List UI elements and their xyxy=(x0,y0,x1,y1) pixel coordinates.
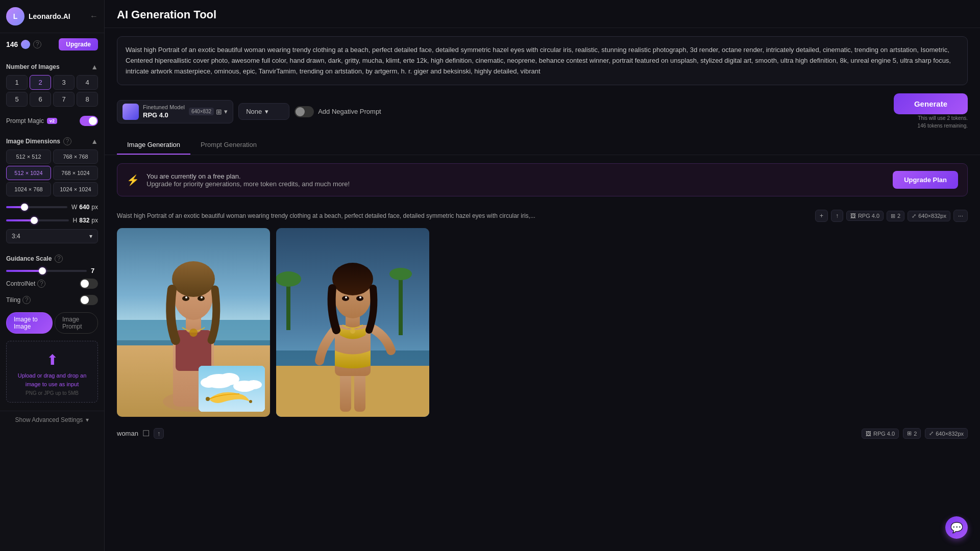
controlnet-label: ControlNet xyxy=(6,280,35,287)
page-title: AI Generation Tool xyxy=(117,8,968,21)
model-icons: 640×832 ⊞ ▾ xyxy=(189,108,228,116)
result-dots-btn[interactable]: ··· xyxy=(953,210,968,222)
tab-image-prompt[interactable]: Image Prompt xyxy=(55,312,98,334)
num-btn-7[interactable]: 7 xyxy=(53,92,75,107)
token-count: 146 xyxy=(6,40,18,48)
size-badge: ⤢ 640×832px xyxy=(908,211,950,221)
filter-dropdown[interactable]: None ▾ xyxy=(238,103,289,120)
controlnet-toggle[interactable] xyxy=(80,279,98,289)
overlay-card xyxy=(199,366,265,412)
chat-bubble[interactable]: 💬 xyxy=(945,516,968,539)
number-of-images-header: Number of Images ▲ xyxy=(0,56,104,75)
prompt-magic-row: Prompt Magic v2 xyxy=(0,112,104,130)
prompt-textarea[interactable]: Waist high Portrait of an exotic beautif… xyxy=(117,36,968,85)
dims-grid: 512 × 512 768 × 768 512 × 1024 768 × 102… xyxy=(0,149,104,201)
upload-area[interactable]: ⬆ Upload or drag and drop an image to us… xyxy=(6,341,98,403)
image-card-2[interactable] xyxy=(276,228,429,417)
result-prompt-text: Waist high Portrait of an exotic beautif… xyxy=(117,212,810,219)
sidebar: L Leonardo.AI ← 146 ? Upgrade Number of … xyxy=(0,0,105,551)
dim-768x1024[interactable]: 768 × 1024 xyxy=(53,166,98,180)
guidance-slider-row: 7 xyxy=(0,267,104,274)
generate-button[interactable]: Generate xyxy=(894,93,968,114)
model-label: Finetuned Model xyxy=(143,104,185,111)
num-btn-3[interactable]: 3 xyxy=(53,75,75,90)
token-hint-2: 146 tokens remaining. xyxy=(918,122,968,130)
bottom-prompt-text: woman xyxy=(117,430,138,437)
bottom-checkbox[interactable]: ☐ xyxy=(142,429,150,438)
collapse-icon[interactable]: ← xyxy=(90,12,98,21)
dims-collapse-icon[interactable]: ▲ xyxy=(91,137,98,145)
neg-prompt-toggle[interactable]: Add Negative Prompt xyxy=(295,106,381,117)
svg-point-13 xyxy=(189,329,198,337)
height-slider-group: H 832 px xyxy=(6,217,98,224)
height-slider-track[interactable] xyxy=(6,219,69,221)
tab-prompt-generation[interactable]: Prompt Generation xyxy=(190,136,267,155)
height-value-display: H 832 px xyxy=(73,217,98,224)
count-badge: ⊞ 2 xyxy=(887,211,904,221)
dim-512x1024[interactable]: 512 × 1024 xyxy=(6,166,51,180)
lightning-icon: ⚡ xyxy=(127,174,139,186)
upgrade-plan-button[interactable]: Upgrade Plan xyxy=(893,171,958,189)
tab-image-generation[interactable]: Image Generation xyxy=(117,136,190,155)
guidance-value: 7 xyxy=(91,267,98,274)
bottom-size-icon: ⤢ xyxy=(929,430,934,437)
num-btn-2[interactable]: 2 xyxy=(30,75,51,90)
height-slider-row: H 832 px xyxy=(0,214,104,227)
num-btn-1[interactable]: 1 xyxy=(6,75,28,90)
result-add-btn[interactable]: + xyxy=(815,210,828,222)
prompt-magic-toggle[interactable] xyxy=(80,116,98,126)
num-btn-8[interactable]: 8 xyxy=(77,92,98,107)
dim-1024x1024[interactable]: 1024 × 1024 xyxy=(53,182,98,196)
aspect-ratio-select[interactable]: 3:4 ▾ xyxy=(6,229,98,243)
neg-toggle-pill[interactable] xyxy=(295,106,314,117)
guidance-scale-header: Guidance Scale ? xyxy=(0,247,104,267)
toolbar-row: Finetuned Model RPG 4.0 640×832 ⊞ ▾ None… xyxy=(105,89,980,136)
bottom-up-icon[interactable]: ↑ xyxy=(154,428,164,439)
adv-settings-button[interactable]: Show Advanced Settings ▾ xyxy=(0,411,104,429)
width-slider-track[interactable] xyxy=(6,206,67,208)
model-version: RPG 4.0 xyxy=(143,111,185,120)
ratio-chevron: ▾ xyxy=(89,233,92,240)
image-placeholder-1 xyxy=(117,228,270,417)
sidebar-header: L Leonardo.AI ← xyxy=(0,0,104,33)
model-selector[interactable]: Finetuned Model RPG 4.0 640×832 ⊞ ▾ xyxy=(117,100,233,123)
upgrade-button[interactable]: Upgrade xyxy=(59,38,98,51)
number-collapse-icon[interactable]: ▲ xyxy=(91,63,98,71)
num-btn-4[interactable]: 4 xyxy=(77,75,98,90)
dots-icon: ··· xyxy=(958,212,963,219)
dim-1024x768[interactable]: 1024 × 768 xyxy=(6,182,51,196)
image-dimensions-header: Image Dimensions ? ▲ xyxy=(0,130,104,149)
svg-point-38 xyxy=(359,296,361,298)
portrait-svg-2 xyxy=(276,228,429,417)
svg-point-37 xyxy=(345,296,347,298)
result-up-btn[interactable]: ↑ xyxy=(831,210,843,222)
bottom-model-name: RPG 4.0 xyxy=(873,431,895,437)
model-badge-icon: 🖼 xyxy=(850,213,856,219)
height-value: 832 xyxy=(79,217,89,224)
ratio-value: 3:4 xyxy=(12,233,20,240)
num-btn-5[interactable]: 5 xyxy=(6,92,28,107)
bottom-count-badge: ⊞ 2 xyxy=(903,428,921,439)
logo-text: Leonardo.AI xyxy=(29,12,70,20)
dim-768x768[interactable]: 768 × 768 xyxy=(53,149,98,164)
controlnet-row: ControlNet ? xyxy=(0,274,104,291)
result-actions: + ↑ 🖼 RPG 4.0 ⊞ 2 ⤢ 640×832px xyxy=(815,210,968,222)
bottom-prompt-row: woman ☐ ↑ 🖼 RPG 4.0 ⊞ 2 ⤢ 640×832px xyxy=(105,425,980,443)
num-btn-6[interactable]: 6 xyxy=(30,92,51,107)
tiling-toggle[interactable] xyxy=(80,295,98,305)
dim-512x512[interactable]: 512 × 512 xyxy=(6,149,51,164)
tab-image-to-image[interactable]: Image to Image xyxy=(6,312,53,334)
image-placeholder-2 xyxy=(276,228,429,417)
generation-tabs: Image Generation Prompt Generation xyxy=(105,136,980,155)
model-size: 640×832 xyxy=(189,108,214,115)
upload-icon: ⬆ xyxy=(13,352,91,368)
height-px: px xyxy=(91,217,98,224)
svg-rect-30 xyxy=(354,371,365,412)
image-dims-info: ? xyxy=(63,137,71,145)
width-value-display: W 640 px xyxy=(71,204,98,211)
upload-link[interactable]: Upload or drag and drop xyxy=(18,372,79,379)
image-card-1[interactable] xyxy=(117,228,270,417)
svg-rect-29 xyxy=(340,371,351,412)
token-icon xyxy=(21,40,30,49)
guidance-slider-track[interactable] xyxy=(6,270,87,272)
